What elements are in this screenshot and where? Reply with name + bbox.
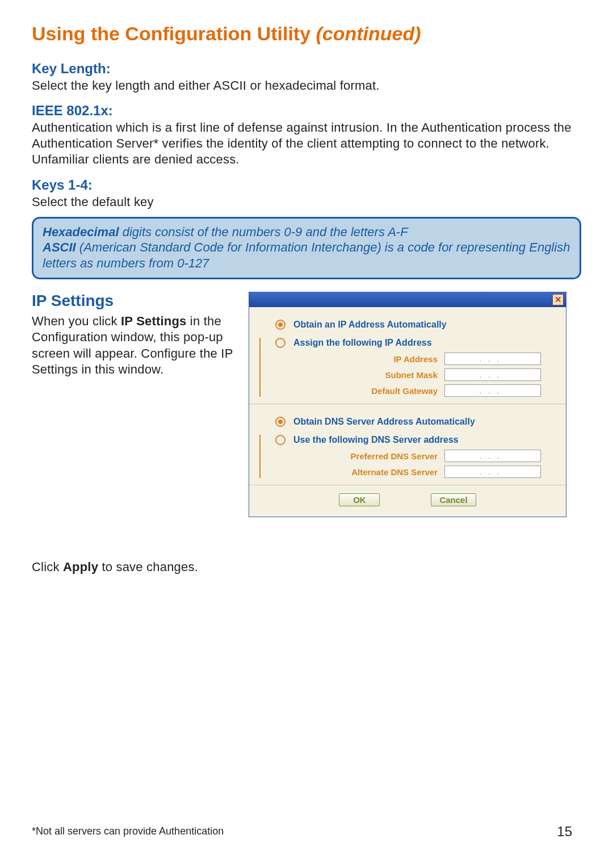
close-button[interactable]: ✕ bbox=[552, 294, 564, 305]
ip-panel: Obtain an IP Address Automatically Assig… bbox=[249, 307, 566, 404]
title-continued: (continued) bbox=[316, 23, 421, 44]
ip-settings-heading: IP Settings bbox=[32, 292, 236, 310]
info-hex-line: Hexadecimal digits consist of the number… bbox=[43, 224, 570, 240]
keys14-label: Keys 1-4: bbox=[32, 177, 581, 193]
ip-apply-post: to save changes. bbox=[98, 560, 198, 574]
radio-row-ip-auto[interactable]: Obtain an IP Address Automatically bbox=[275, 320, 555, 330]
title-main: Using the Configuration Utility bbox=[32, 23, 316, 44]
radio-ip-auto-label: Obtain an IP Address Automatically bbox=[293, 320, 447, 330]
ip-address-input[interactable] bbox=[444, 353, 541, 365]
dialog-titlebar[interactable]: ✕ bbox=[249, 292, 566, 307]
pref-dns-input[interactable] bbox=[444, 450, 541, 462]
field-subnet: Subnet Mask bbox=[275, 368, 541, 381]
ok-button[interactable]: OK bbox=[339, 493, 380, 506]
key-length-text: Select the key length and either ASCII o… bbox=[32, 78, 581, 94]
radio-dns-manual-label: Use the following DNS Server address bbox=[293, 435, 459, 445]
info-box: Hexadecimal digits consist of the number… bbox=[32, 217, 581, 280]
close-icon: ✕ bbox=[555, 295, 562, 304]
dns-panel: Obtain DNS Server Address Automatically … bbox=[249, 404, 566, 485]
footnote: *Not all servers can provide Authenticat… bbox=[32, 825, 224, 837]
ip-intro: When you click IP Settings in the Config… bbox=[32, 313, 236, 378]
info-ascii-line: ASCII (American Standard Code for Inform… bbox=[43, 240, 570, 271]
info-hex-rest: digits consist of the numbers 0-9 and th… bbox=[119, 225, 408, 239]
gateway-label: Default Gateway bbox=[371, 386, 438, 396]
radio-dns-auto-label: Obtain DNS Server Address Automatically bbox=[293, 417, 475, 427]
cancel-button[interactable]: Cancel bbox=[431, 493, 476, 506]
ip-settings-dialog: ✕ Obtain an IP Address Automatically Ass… bbox=[249, 292, 566, 517]
dialog-button-row: OK Cancel bbox=[249, 485, 566, 517]
radio-row-dns-manual[interactable]: Use the following DNS Server address bbox=[275, 435, 555, 445]
key-length-label: Key Length: bbox=[32, 61, 581, 77]
ip-intro-bold: IP Settings bbox=[121, 314, 187, 328]
info-ascii-rest: (American Standard Code for Information … bbox=[43, 240, 570, 270]
info-ascii-term: ASCII bbox=[43, 240, 76, 254]
subnet-label: Subnet Mask bbox=[385, 370, 438, 380]
field-gateway: Default Gateway bbox=[275, 384, 541, 397]
info-hex-term: Hexadecimal bbox=[43, 225, 119, 239]
ieee-label: IEEE 802.1x: bbox=[32, 103, 581, 119]
radio-row-dns-auto[interactable]: Obtain DNS Server Address Automatically bbox=[275, 417, 555, 427]
radio-ip-auto[interactable] bbox=[275, 320, 285, 330]
alt-dns-label: Alternate DNS Server bbox=[351, 467, 438, 477]
ip-apply: Click Apply to save changes. bbox=[32, 559, 236, 575]
ieee-text: Authentication which is a first line of … bbox=[32, 120, 581, 167]
page-number: 15 bbox=[557, 824, 572, 840]
radio-ip-manual-label: Assign the following IP Address bbox=[293, 338, 432, 348]
radio-dns-manual[interactable] bbox=[275, 435, 285, 445]
gateway-input[interactable] bbox=[444, 384, 541, 397]
ip-intro-pre: When you click bbox=[32, 314, 121, 328]
radio-dns-auto[interactable] bbox=[275, 417, 285, 427]
ip-address-label: IP Address bbox=[393, 354, 438, 364]
subnet-input[interactable] bbox=[444, 368, 541, 381]
field-ip-address: IP Address bbox=[275, 353, 541, 365]
alt-dns-input[interactable] bbox=[444, 466, 541, 478]
field-pref-dns: Preferred DNS Server bbox=[275, 450, 541, 462]
ip-apply-bold: Apply bbox=[63, 560, 98, 574]
page-title: Using the Configuration Utility (continu… bbox=[32, 23, 581, 45]
pref-dns-label: Preferred DNS Server bbox=[351, 451, 438, 461]
ip-apply-pre: Click bbox=[32, 560, 63, 574]
keys14-text: Select the default key bbox=[32, 194, 581, 210]
radio-row-ip-manual[interactable]: Assign the following IP Address bbox=[275, 338, 555, 348]
radio-ip-manual[interactable] bbox=[275, 338, 285, 348]
field-alt-dns: Alternate DNS Server bbox=[275, 466, 541, 478]
